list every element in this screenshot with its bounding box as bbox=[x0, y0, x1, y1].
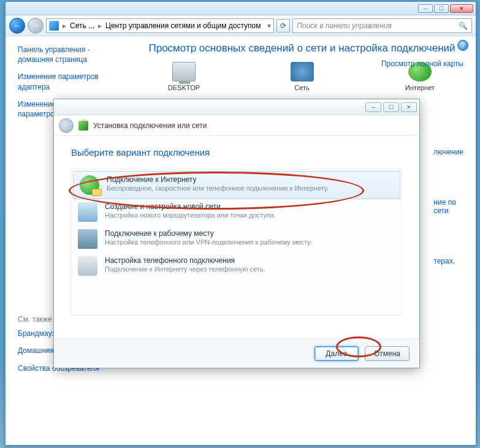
link-by-net[interactable]: ние по сети bbox=[433, 198, 463, 215]
dialog-close-button[interactable]: ✕ bbox=[401, 102, 417, 112]
breadcrumb-page[interactable]: Центр управления сетями и общим доступом bbox=[105, 21, 261, 30]
option-internet[interactable]: Подключение к Интернету Беспроводное, ск… bbox=[73, 171, 400, 199]
dialog-footer: Далее Отмена bbox=[54, 338, 419, 368]
router-icon bbox=[78, 202, 97, 222]
forward-button[interactable]: → bbox=[28, 18, 44, 34]
node-network: Сеть bbox=[275, 62, 330, 91]
search-input[interactable]: Поиск в панели управления 🔍 bbox=[292, 18, 472, 33]
option-new-network[interactable]: Создание и настройка новой сети Настройк… bbox=[72, 199, 402, 226]
next-button[interactable]: Далее bbox=[314, 346, 359, 361]
option-title: Настройка телефонного подключения bbox=[105, 256, 265, 265]
dialog-body: Выберите вариант подключения Подключение… bbox=[54, 136, 419, 338]
right-action-links: лючение ние по сети терах, bbox=[433, 148, 463, 307]
dialog-header: ← Установка подключения или сети bbox=[54, 115, 419, 136]
dialog-back-button[interactable]: ← bbox=[59, 118, 74, 133]
building-icon bbox=[78, 229, 97, 249]
setup-connection-dialog: ─ ☐ ✕ ← Установка подключения или сети В… bbox=[53, 99, 420, 368]
search-placeholder: Поиск в панели управления bbox=[297, 21, 392, 30]
back-button[interactable]: ← bbox=[9, 18, 25, 34]
dialog-title: Установка подключения или сети bbox=[93, 121, 207, 130]
sidebar-item-home[interactable]: Панель управления - домашняя страница bbox=[18, 45, 122, 64]
link-printers[interactable]: терах, bbox=[433, 257, 463, 265]
page-title: Просмотр основных сведений о сети и наст… bbox=[139, 42, 465, 55]
option-desc: Настройка нового маршрутизатора или точк… bbox=[105, 211, 276, 219]
option-desc: Настройка телефонного или VPN-подключени… bbox=[105, 238, 312, 246]
dialog-heading: Выберите вариант подключения bbox=[71, 147, 402, 158]
network-icon bbox=[291, 62, 314, 82]
dialog-maximize-button[interactable]: ☐ bbox=[383, 102, 399, 112]
connection-options-list: Подключение к Интернету Беспроводное, ск… bbox=[71, 169, 402, 316]
option-title: Подключение к рабочему месту bbox=[105, 229, 312, 238]
network-icon bbox=[49, 21, 59, 31]
option-dialup[interactable]: Настройка телефонного подключения Подклю… bbox=[72, 252, 402, 279]
view-full-map-link[interactable]: Просмотр полной карты bbox=[381, 59, 463, 68]
chevron-right-icon: ▸ bbox=[63, 21, 66, 30]
phone-icon bbox=[78, 256, 97, 276]
dialog-minimize-button[interactable]: ─ bbox=[365, 102, 381, 112]
sidebar-item-adapter[interactable]: Изменение параметров адаптера bbox=[18, 72, 122, 91]
option-desc: Беспроводное, скоростное или телефонное … bbox=[107, 184, 329, 192]
breadcrumb-root[interactable]: Сеть ... bbox=[70, 21, 94, 30]
chevron-right-icon: ▸ bbox=[98, 21, 102, 30]
refresh-button[interactable]: ⟳ bbox=[276, 19, 290, 32]
dropdown-icon[interactable]: ▾ bbox=[267, 21, 271, 30]
search-icon: 🔍 bbox=[459, 21, 468, 30]
globe-icon bbox=[80, 175, 99, 195]
option-title: Подключение к Интернету bbox=[107, 175, 329, 184]
dialog-titlebar: ─ ☐ ✕ bbox=[54, 99, 419, 115]
computer-icon bbox=[172, 62, 196, 82]
node-desktop: DESKTOP bbox=[156, 62, 211, 91]
breadcrumb[interactable]: ▸ Сеть ... ▸ Центр управления сетями и о… bbox=[46, 18, 274, 33]
minimize-button[interactable]: ─ bbox=[418, 4, 433, 13]
option-title: Создание и настройка новой сети bbox=[105, 202, 276, 211]
close-button[interactable]: ✕ bbox=[450, 4, 473, 13]
option-desc: Подключение к Интернету через телефонную… bbox=[105, 265, 265, 273]
address-bar: ← → ▸ Сеть ... ▸ Центр управления сетями… bbox=[6, 15, 476, 36]
maximize-button[interactable]: ☐ bbox=[434, 4, 449, 13]
cancel-button[interactable]: Отмена bbox=[365, 346, 410, 361]
window-titlebar: ─ ☐ ✕ bbox=[6, 2, 476, 15]
link-connection[interactable]: лючение bbox=[433, 148, 463, 156]
option-workplace[interactable]: Подключение к рабочему месту Настройка т… bbox=[72, 226, 402, 252]
help-icon[interactable]: ? bbox=[457, 40, 468, 51]
wizard-icon bbox=[78, 121, 88, 131]
